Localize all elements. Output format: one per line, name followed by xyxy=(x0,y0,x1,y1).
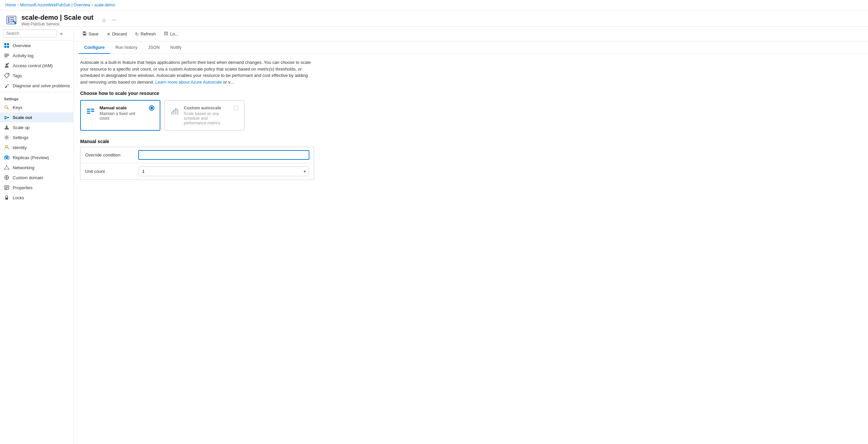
sidebar-collapse-button[interactable]: « xyxy=(59,30,64,37)
content-area: Autoscale is a built-in feature that hel… xyxy=(73,54,868,444)
person-badge-icon xyxy=(4,63,9,68)
sidebar-item-label-access-control: Access control (IAM) xyxy=(13,63,53,68)
key-icon xyxy=(4,105,9,110)
sidebar-item-label-tags: Tags xyxy=(13,73,22,78)
resource-title-area: scale-demo | Scale out Web PubSub Servic… xyxy=(21,14,94,26)
svg-rect-1 xyxy=(8,18,9,19)
sidebar-item-properties[interactable]: Properties xyxy=(0,182,73,193)
sidebar-item-label-activity-log: Activity log xyxy=(13,53,33,58)
autoscale-card-desc: Scale based on any schedule and performa… xyxy=(184,111,229,125)
learn-more-link[interactable]: Learn more about Azure Autoscale xyxy=(155,80,222,85)
sidebar-item-locks[interactable]: Locks xyxy=(0,193,73,203)
sidebar-item-keys[interactable]: Keys xyxy=(0,102,73,112)
sidebar-item-networking[interactable]: Networking xyxy=(0,162,73,173)
manual-scale-card-title: Manual scale xyxy=(99,105,145,110)
autoscale-card[interactable]: Custom autoscale Scale based on any sche… xyxy=(164,100,245,131)
identity-icon xyxy=(4,145,9,150)
discard-button[interactable]: ✕ Discard xyxy=(103,30,130,38)
breadcrumb-home[interactable]: Home xyxy=(5,3,16,7)
svg-rect-29 xyxy=(6,155,8,158)
wrench-icon xyxy=(4,83,9,88)
override-condition-row: Override condition xyxy=(81,147,314,163)
tabs: Configure Run history JSON Notify xyxy=(73,41,868,54)
sidebar-item-identity[interactable]: Identity xyxy=(0,142,73,152)
sidebar-item-scale-out[interactable]: Scale out xyxy=(0,112,73,122)
resource-icon xyxy=(5,14,18,26)
sidebar-item-activity-log[interactable]: Activity log xyxy=(0,51,73,61)
settings-section-label: Settings xyxy=(0,94,73,102)
svg-rect-25 xyxy=(6,125,7,126)
svg-rect-10 xyxy=(4,46,6,48)
properties-icon xyxy=(4,185,9,190)
resource-subtitle: Web PubSub Service xyxy=(21,22,94,26)
save-button[interactable]: Save xyxy=(79,29,102,38)
manual-scale-card-desc: Maintain a fixed unit count xyxy=(99,111,145,121)
sidebar-item-access-control[interactable]: Access control (IAM) xyxy=(0,61,73,70)
svg-rect-4 xyxy=(10,18,14,18)
favorite-button[interactable]: ☆ xyxy=(100,16,107,25)
unit-count-input-cell: 1 2 3 4 5 6 7 8 9 10 xyxy=(134,163,314,180)
search-input[interactable] xyxy=(3,29,57,37)
sidebar-item-label-keys: Keys xyxy=(13,105,22,110)
svg-point-27 xyxy=(6,145,8,147)
svg-rect-44 xyxy=(87,113,90,114)
gear-icon xyxy=(4,135,9,140)
breadcrumb-current[interactable]: scale-demo xyxy=(94,3,115,7)
svg-rect-36 xyxy=(5,186,8,187)
svg-rect-38 xyxy=(5,188,7,189)
svg-rect-5 xyxy=(10,20,14,20)
sidebar-item-replicas[interactable]: Replicas (Preview) xyxy=(0,152,73,162)
unit-count-label: Unit count xyxy=(81,163,134,180)
svg-rect-8 xyxy=(4,43,6,45)
sidebar-search-area: « xyxy=(0,27,73,40)
tab-run-history[interactable]: Run history xyxy=(110,41,143,54)
svg-rect-37 xyxy=(5,187,8,188)
sidebar-item-settings[interactable]: Settings xyxy=(0,132,73,142)
sidebar-item-label-identity: Identity xyxy=(13,145,27,150)
sidebar-item-diagnose[interactable]: Diagnose and solve problems xyxy=(0,81,73,91)
autoscale-radio[interactable] xyxy=(233,105,239,111)
svg-rect-21 xyxy=(4,118,6,119)
refresh-button[interactable]: ↻ Refresh xyxy=(132,30,159,38)
sidebar-item-tags[interactable]: Tags xyxy=(0,70,73,81)
tab-configure[interactable]: Configure xyxy=(79,41,110,54)
tag-icon xyxy=(4,73,9,78)
logs-button[interactable]: Lo... xyxy=(160,29,182,38)
sidebar-item-custom-domain[interactable]: Custom domain xyxy=(0,173,73,182)
unit-count-dropdown[interactable]: 1 2 3 4 5 6 7 8 9 10 xyxy=(138,167,309,176)
svg-rect-22 xyxy=(7,117,9,118)
override-condition-input-cell xyxy=(134,147,314,163)
more-options-button[interactable]: ··· xyxy=(110,16,117,24)
sidebar-item-overview[interactable]: Overview xyxy=(0,40,73,51)
scale-out-icon xyxy=(4,115,9,120)
unit-count-select[interactable]: 1 2 3 4 5 6 7 8 9 10 xyxy=(138,167,309,176)
header-actions: ☆ ··· xyxy=(100,16,117,25)
scale-up-icon xyxy=(4,125,9,130)
svg-rect-20 xyxy=(4,116,6,117)
scale-cards: Manual scale Maintain a fixed unit count xyxy=(80,100,861,131)
domain-icon xyxy=(4,175,9,180)
sidebar-item-label-scale-up: Scale up xyxy=(13,125,30,130)
svg-rect-28 xyxy=(4,156,6,159)
manual-scale-radio[interactable] xyxy=(149,105,154,111)
sidebar-item-label-locks: Locks xyxy=(13,195,24,200)
svg-rect-24 xyxy=(6,126,8,128)
resource-name: scale-demo | Scale out xyxy=(21,14,94,21)
sidebar-item-label-replicas: Replicas (Preview) xyxy=(13,155,49,160)
resource-header: scale-demo | Scale out Web PubSub Servic… xyxy=(0,10,868,27)
override-condition-input[interactable] xyxy=(138,150,309,159)
manual-scale-card[interactable]: Manual scale Maintain a fixed unit count xyxy=(80,100,160,131)
svg-point-17 xyxy=(8,74,9,75)
tab-json[interactable]: JSON xyxy=(143,41,165,54)
sidebar-item-scale-up[interactable]: Scale up xyxy=(0,122,73,132)
tab-notify[interactable]: Notify xyxy=(165,41,187,54)
svg-point-7 xyxy=(14,22,17,24)
svg-rect-3 xyxy=(8,21,9,23)
svg-point-26 xyxy=(6,137,8,139)
manual-scale-form: Override condition Unit count 1 2 xyxy=(80,147,314,180)
autoscale-card-title: Custom autoscale xyxy=(184,105,229,110)
list-icon xyxy=(4,53,9,58)
manual-scale-section: Manual scale Override condition Unit cou… xyxy=(80,139,861,180)
breadcrumb-parent[interactable]: Microsoft.AzureWebPubSub | Overview xyxy=(20,3,90,7)
sidebar-item-label-overview: Overview xyxy=(13,43,31,48)
